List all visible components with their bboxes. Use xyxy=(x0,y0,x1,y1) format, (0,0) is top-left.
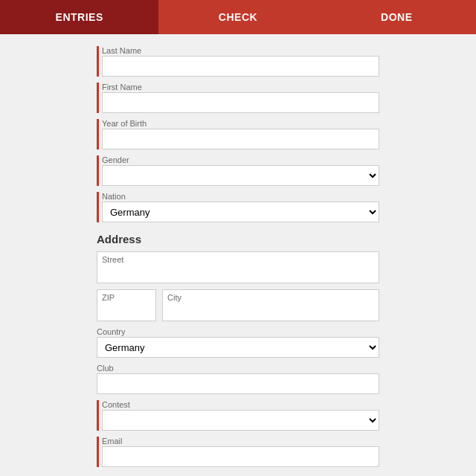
club-group: Club xyxy=(97,364,379,394)
zip-input[interactable] xyxy=(102,303,151,318)
contest-group: Contest xyxy=(97,400,379,431)
form-content: Last Name First Name Year of Birth Gende… xyxy=(0,34,476,476)
first-name-label: First Name xyxy=(102,83,379,91)
year-of-birth-label: Year of Birth xyxy=(102,119,379,128)
zip-group: ZIP xyxy=(97,289,156,321)
nation-group: Nation Germany Other xyxy=(97,192,379,222)
contest-select[interactable] xyxy=(102,410,379,431)
city-label: City xyxy=(167,293,374,302)
tab-entries[interactable]: ENTRIES xyxy=(0,0,158,34)
country-select[interactable]: Germany Other xyxy=(97,337,379,358)
first-name-group: First Name xyxy=(97,83,379,113)
street-group: Street xyxy=(97,251,379,283)
last-name-label: Last Name xyxy=(102,46,379,55)
country-group: Country Germany Other xyxy=(97,327,379,358)
nation-label: Nation xyxy=(102,192,379,201)
year-of-birth-input[interactable] xyxy=(102,129,379,149)
city-group: City xyxy=(162,289,379,321)
city-input[interactable] xyxy=(167,303,374,318)
zip-label: ZIP xyxy=(102,293,151,302)
tab-done[interactable]: DONE xyxy=(318,0,476,34)
email-label: Email xyxy=(102,437,379,446)
zip-city-row: ZIP City xyxy=(97,289,379,321)
gender-label: Gender xyxy=(102,155,379,164)
gender-select[interactable]: Male Female xyxy=(102,165,379,186)
gender-group: Gender Male Female xyxy=(97,155,379,186)
first-name-input[interactable] xyxy=(102,92,379,113)
street-label: Street xyxy=(102,255,374,264)
address-title: Address xyxy=(97,233,379,245)
club-input[interactable] xyxy=(97,373,379,394)
last-name-group: Last Name xyxy=(97,46,379,77)
email-group: Email xyxy=(97,437,379,467)
year-of-birth-group: Year of Birth xyxy=(97,119,379,149)
country-label: Country xyxy=(97,327,379,336)
contest-label: Contest xyxy=(102,400,379,409)
street-input[interactable] xyxy=(102,265,374,280)
header: ENTRIES CHECK DONE xyxy=(0,0,476,34)
club-label: Club xyxy=(97,364,379,373)
email-input[interactable] xyxy=(102,446,379,467)
tab-check[interactable]: CHECK xyxy=(158,0,317,34)
nation-select[interactable]: Germany Other xyxy=(102,202,379,222)
last-name-input[interactable] xyxy=(102,56,379,77)
